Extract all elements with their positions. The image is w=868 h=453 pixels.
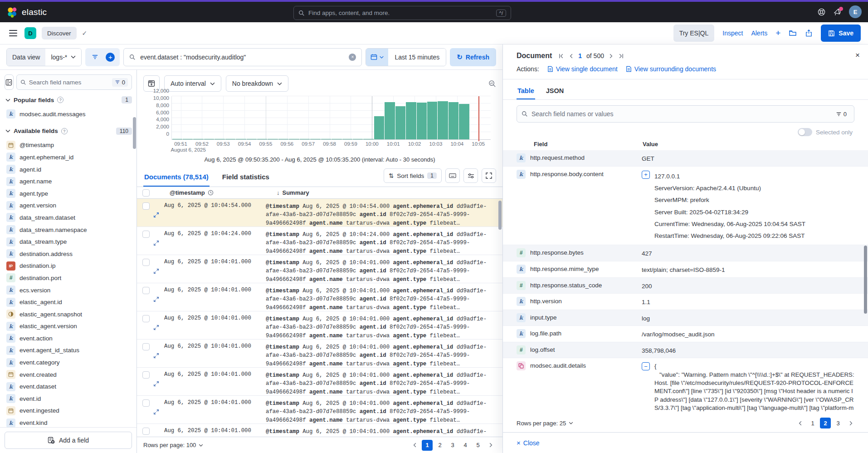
field-event.category[interactable]: kevent.category [5,356,132,369]
field-row-http.request.method[interactable]: khttp.request.methodGET [503,150,868,167]
flyout-rows-per-page-button[interactable]: Rows per page: 25 [517,420,573,427]
field-row-log.file.path[interactable]: klog.file.path/var/log/modsec_audit.json [503,326,868,342]
field-agent.version[interactable]: kagent.version [5,200,132,212]
help-icon[interactable] [817,8,826,16]
bar-10:00:30[interactable] [385,102,395,139]
row-checkbox[interactable] [142,343,150,350]
expand-document-icon[interactable] [153,231,161,255]
bar-09:56:00[interactable] [289,139,299,139]
bar-09:51:00[interactable] [183,139,193,139]
tab-field-statistics[interactable]: Field statistics [221,167,270,187]
field-event.dataset[interactable]: kevent.dataset [5,380,132,393]
flyout-page-3[interactable]: 3 [833,418,844,428]
flyout-page-2[interactable]: 2 [820,418,831,428]
flyout-close-button[interactable]: × Close [517,439,540,447]
field-event.id[interactable]: kevent.id [5,393,132,405]
field-row-http.response.mime_type[interactable]: khttp.response.mime_typetext/plain; char… [503,261,868,278]
popular-fields-header[interactable]: Popular fields ? 1 [5,96,132,103]
documents-page-1[interactable]: 1 [422,440,433,451]
discover-app-badge[interactable]: D [24,27,36,39]
field-data_stream.namespace[interactable]: kdata_stream.namespace [5,224,132,236]
sidebar-scrollbar[interactable] [133,117,136,149]
bar-09:59:00[interactable] [353,139,363,139]
table-row[interactable]: Aug 6, 2025 @ 10:04:01.000@timestamp Aug… [137,283,502,311]
global-search[interactable]: ^/ [293,6,511,20]
field-agent.id[interactable]: kagent.id [5,163,132,176]
time-range-button[interactable]: Last 15 minutes [388,49,446,66]
expand-document-icon[interactable] [153,343,161,367]
open-folder-button[interactable] [789,29,797,37]
collapse-value-icon[interactable]: − [642,362,650,370]
timestamp-column-header[interactable]: @timestamp [170,189,205,196]
try-esql-button[interactable]: Try ES|QL [673,25,715,42]
documents-next-icon[interactable] [485,440,496,451]
documents-prev-icon[interactable] [409,440,420,451]
field-destination.port[interactable]: #destination.port [5,272,132,284]
expand-document-icon[interactable] [153,202,161,226]
bar-10:03:00[interactable] [438,101,448,139]
previous-document-icon[interactable] [569,53,574,59]
tab-documents[interactable]: Documents (78,514) [143,167,210,187]
table-row[interactable]: Aug 6, 2025 @ 10:04:01.000@timestamp Aug… [137,368,502,396]
expand-document-icon[interactable] [153,399,161,423]
clear-query-icon[interactable]: × [349,54,356,61]
row-checkbox[interactable] [142,428,150,435]
field-event.created[interactable]: event.created [5,369,132,381]
view-single-document-link[interactable]: View single document [547,65,618,73]
share-button[interactable] [805,29,813,37]
news-feed-icon[interactable] [833,8,842,16]
table-row[interactable]: Aug 6, 2025 @ 10:04:01.000@timestamp Aug… [137,396,502,424]
flyout-filter-count[interactable]: 0 [833,110,849,118]
flyout-search-input[interactable] [532,110,829,118]
bar-10:02:00[interactable] [417,103,427,139]
field-@timestamp[interactable]: @timestamp [5,139,132,152]
rows-per-page-button[interactable]: Rows per page: 100 [143,442,203,448]
field-ecs.version[interactable]: kecs.version [5,284,132,296]
field-elastic_agent.snapshot[interactable]: elastic_agent.snapshot [5,308,132,320]
save-button[interactable]: Save [821,25,861,42]
bar-09:50:30[interactable] [172,139,182,139]
inspect-button[interactable]: Inspect [722,30,743,37]
flyout-page-1[interactable]: 1 [807,418,818,428]
field-event.action[interactable]: kevent.action [5,332,132,345]
row-checkbox[interactable] [142,287,150,294]
fullscreen-icon[interactable] [482,168,496,183]
row-checkbox[interactable] [142,202,150,210]
expand-document-icon[interactable] [153,287,161,311]
bar-09:53:00[interactable] [225,139,235,139]
bar-09:57:30[interactable] [321,139,331,139]
field-agent.name[interactable]: kagent.name [5,175,132,187]
interval-select[interactable]: Auto interval [164,75,221,92]
bar-10:04:00[interactable] [459,104,469,139]
bar-09:55:00[interactable] [268,139,278,139]
query-input[interactable] [140,54,344,61]
field-row-http.response.status_code[interactable]: #http.response.status_code200 [503,278,868,294]
add-filter-button[interactable]: + [103,50,117,64]
bar-09:58:30[interactable] [342,139,352,139]
field-destination.ip[interactable]: IPdestination.ip [5,260,132,272]
sort-desc-icon[interactable]: ↓ [277,189,280,196]
refresh-button[interactable]: ↻ Refresh [450,48,496,66]
field-row-input.type[interactable]: kinput.typelog [503,310,868,326]
field-event.agent_id_status[interactable]: kevent.agent_id_status [5,345,132,357]
select-all-checkbox[interactable] [142,189,150,197]
bar-10:01:30[interactable] [406,102,416,139]
first-document-icon[interactable] [558,53,564,59]
field-destination.address[interactable]: kdestination.address [5,248,132,260]
bar-10:00:00[interactable] [374,116,384,139]
documents-scrollbar[interactable] [498,201,502,230]
global-search-input[interactable] [308,10,493,16]
field-row-http.version[interactable]: khttp.version1.1 [503,294,868,310]
data-view-picker[interactable]: Data view logs-* [6,48,82,66]
bar-09:53:30[interactable] [236,139,246,139]
documents-page-4[interactable]: 4 [460,440,471,451]
field-elastic_agent.version[interactable]: kelastic_agent.version [5,320,132,333]
next-document-icon[interactable] [609,53,614,59]
calendar-icon-button[interactable] [366,49,388,66]
bar-09:59:30[interactable] [363,139,373,139]
new-session-button[interactable]: + [775,28,780,38]
field-row-http.response.body.content[interactable]: khttp.response.body.content+127.0.0.1Ser… [503,167,868,246]
table-row[interactable]: Aug 6, 2025 @ 10:04:54.000@timestamp Aug… [137,199,502,227]
tab-table[interactable]: Table [517,83,535,99]
documents-page-3[interactable]: 3 [447,440,458,451]
